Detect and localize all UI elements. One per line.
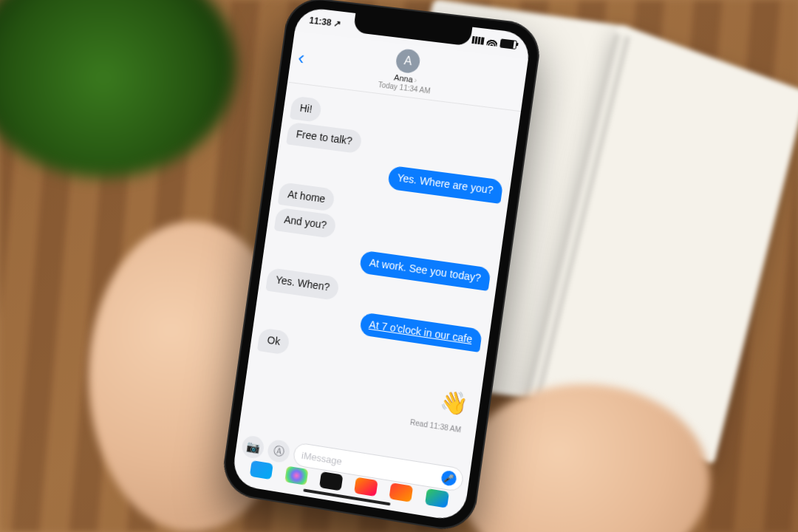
message-in[interactable]: Hi! <box>290 95 322 122</box>
message-in[interactable]: Yes. When? <box>265 267 340 301</box>
stickers-app-icon[interactable] <box>389 482 414 502</box>
message-in[interactable]: At home <box>278 182 335 212</box>
message-out-emoji[interactable]: 👋 <box>434 385 474 419</box>
battery-icon <box>499 38 517 50</box>
mic-button[interactable]: 🎤 <box>440 470 457 487</box>
camera-icon: 📷 <box>245 440 261 455</box>
photos-app-icon[interactable] <box>284 466 308 485</box>
message-in[interactable]: And you? <box>274 207 337 238</box>
wifi-icon <box>486 38 497 47</box>
more-apps-icon[interactable] <box>425 488 449 508</box>
mic-icon: 🎤 <box>443 473 455 484</box>
status-time: 11:38 ⁠↗ <box>309 16 342 30</box>
apple-pay-app-icon[interactable] <box>319 471 343 491</box>
app-store-app-icon[interactable] <box>250 460 273 480</box>
message-thread[interactable]: Hi! Free to talk? Yes. Where are you? At… <box>241 82 521 451</box>
app-store-icon: Ⓐ <box>273 443 285 459</box>
contact-avatar[interactable]: A <box>395 48 421 75</box>
cellular-icon <box>471 36 484 45</box>
chevron-right-icon: › <box>414 75 417 84</box>
back-button[interactable]: ‹ <box>296 47 306 69</box>
animoji-app-icon[interactable] <box>354 477 378 497</box>
message-in[interactable]: Ok <box>257 327 290 355</box>
